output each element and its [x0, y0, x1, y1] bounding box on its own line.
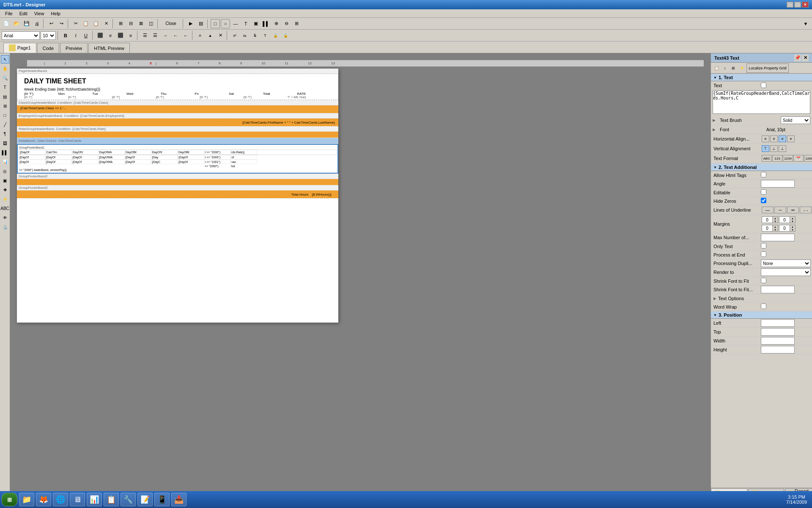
angle-input[interactable]: 0 — [761, 180, 795, 188]
taskbar-explorer[interactable]: 📁 — [19, 493, 34, 506]
taskbar-app6[interactable]: 📱 — [154, 493, 170, 506]
fmt-123[interactable]: 123 — [772, 155, 782, 162]
margin-bottom[interactable]: ▲ ▼ — [779, 225, 796, 232]
fmt-1200[interactable]: 1200 — [804, 155, 812, 162]
layout-button[interactable]: ▤ — [196, 19, 206, 28]
panel-tb2[interactable]: ↕ — [721, 64, 729, 72]
ul-none[interactable]: — — [762, 207, 774, 213]
shape-barcode[interactable]: ▌▌ — [261, 19, 271, 28]
clear-format-tb[interactable]: ✕ — [216, 31, 225, 40]
start-button[interactable]: ⊞ — [2, 493, 17, 506]
zoom-fit[interactable]: ⊞ — [292, 19, 301, 28]
panel-tb1[interactable]: 📋 — [713, 64, 720, 72]
line-tool[interactable]: ╱ — [1, 120, 9, 129]
maxnum-input[interactable]: 0 — [761, 234, 795, 241]
redo-button[interactable]: ↪ — [57, 19, 66, 28]
shape-tool[interactable]: □ — [1, 111, 9, 119]
fmt-date[interactable]: 📅 — [793, 155, 804, 162]
copy-button[interactable]: 📋 — [81, 19, 91, 28]
barcode-tool[interactable]: ▌▌ — [1, 148, 9, 157]
unlock-tb[interactable]: 🔓 — [281, 31, 290, 40]
margin-top[interactable]: ▲ ▼ — [762, 225, 778, 232]
allow-html-check[interactable] — [761, 172, 766, 177]
outdent-tb[interactable]: ← — [171, 31, 180, 40]
view-tool[interactable]: 👁 — [1, 213, 9, 222]
panel-pin[interactable]: 📌 — [794, 55, 801, 61]
select-button[interactable]: ⊞ — [116, 19, 125, 28]
width-input[interactable]: 0.7 — [761, 337, 795, 345]
shape-rect[interactable]: □ — [211, 19, 220, 28]
menu-view[interactable]: View — [31, 10, 48, 17]
margin-top-up[interactable]: ▲ — [773, 225, 778, 228]
color-picker-tb[interactable]: A — [195, 31, 205, 40]
taskbar-app3[interactable]: 📋 — [104, 493, 119, 506]
tab-preview[interactable]: Preview — [60, 43, 88, 53]
proc-dup-dropdown[interactable]: None — [761, 260, 811, 267]
cut-button[interactable]: ✂ — [71, 19, 80, 28]
align-left-tb[interactable]: ⬛ — [96, 31, 105, 40]
font-size-selector[interactable]: 10 — [41, 31, 56, 40]
zoom-in[interactable]: ⊕ — [272, 19, 281, 28]
margin-right-up[interactable]: ▲ — [790, 217, 795, 220]
align-button[interactable]: ⊠ — [136, 19, 145, 28]
minimize-button[interactable]: ─ — [787, 2, 793, 8]
zoom-out[interactable]: ⊖ — [282, 19, 291, 28]
zip-tool[interactable]: ⚡ — [1, 195, 9, 203]
paste-button[interactable]: 📋 — [91, 19, 101, 28]
taskbar-app4[interactable]: 🔧 — [121, 493, 136, 506]
lock-tb[interactable]: 🔒 — [271, 31, 280, 40]
section1-header[interactable]: 1. Text — [711, 74, 812, 81]
shape-line[interactable]: — — [231, 19, 240, 28]
taskbar-app5[interactable]: 📝 — [137, 493, 153, 506]
rich-text-tool[interactable]: ¶ — [1, 130, 9, 138]
panel-tb3[interactable]: ⊞ — [730, 64, 737, 72]
margin-left-down[interactable]: ▼ — [773, 220, 778, 223]
halign-justify[interactable]: ≡ — [787, 135, 795, 142]
gauge-tool[interactable]: ◎ — [1, 167, 9, 175]
highlight-tb[interactable]: ▲ — [206, 31, 215, 40]
menu-edit[interactable]: Edit — [16, 10, 31, 17]
margin-right[interactable]: ▲ ▼ — [779, 216, 796, 223]
align-center-tb[interactable]: ≡ — [106, 31, 115, 40]
fmt-abc[interactable]: ABC — [762, 155, 772, 162]
tab-html-preview[interactable]: HTML Preview — [88, 43, 130, 53]
open-button[interactable]: 📂 — [12, 19, 21, 28]
only-text-check[interactable] — [761, 243, 766, 248]
height-input[interactable]: 0.2 — [761, 346, 795, 353]
halign-center[interactable]: ≡ — [770, 135, 778, 142]
rtl-tb[interactable]: ← — [181, 31, 190, 40]
close-button-toolbar[interactable]: Close — [161, 19, 181, 28]
margin-bottom-up[interactable]: ▲ — [790, 225, 795, 228]
font-selector[interactable]: Arial — [2, 31, 40, 40]
bold-button[interactable]: B — [61, 31, 70, 40]
image-tool[interactable]: 🖼 — [1, 139, 9, 147]
indent-tb[interactable]: → — [161, 31, 170, 40]
hand-tool[interactable]: ✋ — [1, 64, 9, 73]
margin-right-down[interactable]: ▼ — [790, 220, 795, 223]
save-button[interactable]: 💾 — [22, 19, 31, 28]
section3-header[interactable]: 3. Position — [711, 311, 812, 319]
taskbar-app1[interactable]: 🖥 — [70, 493, 85, 506]
text-checkbox[interactable] — [761, 83, 766, 88]
margin-top-down[interactable]: ▼ — [773, 228, 778, 231]
tnum-tb[interactable]: T — [261, 31, 270, 40]
preview-mode-button[interactable]: ▶ — [186, 19, 195, 28]
undo-button[interactable]: ↩ — [47, 19, 56, 28]
valign-top[interactable]: ⊤ — [762, 145, 769, 152]
margin-left-up[interactable]: ▲ — [773, 217, 778, 220]
bullet-list-tb[interactable]: ☰ — [140, 31, 150, 40]
margin-left[interactable]: ▲ ▼ — [762, 216, 778, 223]
arrange-button[interactable]: ◫ — [146, 19, 156, 28]
subr-tool[interactable]: ▣ — [1, 176, 9, 185]
shrink-font-check[interactable] — [761, 278, 766, 283]
tab-code[interactable]: Code — [37, 43, 59, 53]
print-button[interactable]: 🖨 — [32, 19, 41, 28]
cross-tool[interactable]: ✚ — [1, 185, 9, 194]
process-end-check[interactable] — [761, 251, 766, 257]
text-brush-dropdown[interactable]: Solid — [781, 116, 810, 124]
zoom-tool[interactable]: 🔍 — [1, 74, 9, 82]
text-value-input[interactable]: {SumIf(RateGroupHeaderBand,CalcTimeCards… — [713, 91, 810, 114]
table-tool[interactable]: ⊞ — [1, 102, 9, 110]
superscript-tb[interactable]: x² — [230, 31, 239, 40]
numbered-list-tb[interactable]: ☰ — [151, 31, 160, 40]
